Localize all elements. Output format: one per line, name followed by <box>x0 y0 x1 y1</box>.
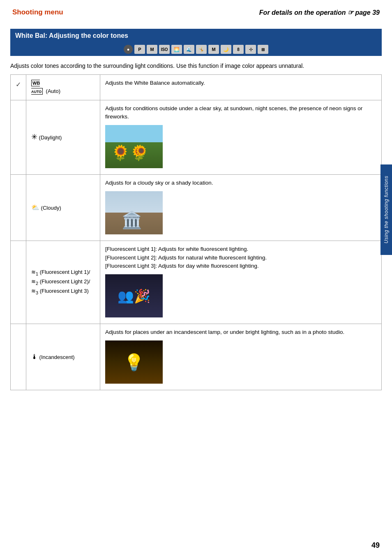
mode-icon-scene1: 🌅 <box>171 45 182 54</box>
table-row: ≋1 (Fluorescent Light 1)/ ≋2 (Fluorescen… <box>11 241 382 324</box>
description-cell-cloudy: Adjusts for a cloudy sky or a shady loca… <box>100 175 382 241</box>
mode-icon-scene3: 🤸 <box>196 45 207 54</box>
white-balance-table: ✓ WBAUTO (Auto) Adjusts the White Balanc… <box>10 74 382 390</box>
mode-icon-iso: ISO <box>159 45 170 54</box>
check-cell-empty <box>11 100 26 175</box>
table-row: ✓ WBAUTO (Auto) Adjusts the White Balanc… <box>11 75 382 100</box>
description-cell-auto: Adjusts the White Balance automatically. <box>100 75 382 100</box>
section-title: White Bal: Adjusting the color tones <box>10 29 382 43</box>
mode-icon-m: M <box>147 45 157 54</box>
wb-auto-icon: WBAUTO (Auto) <box>31 80 60 94</box>
table-row: 🌡 (Incandescent) Adjusts for places unde… <box>11 324 382 390</box>
description-cell-fluorescent: [Fluorescent Light 1]: Adjusts for white… <box>100 241 382 324</box>
icon-cell-incandescent: 🌡 (Incandescent) <box>26 324 100 390</box>
mode-icon-p: P <box>134 45 145 54</box>
incandescent-icon: 🌡 (Incandescent) <box>31 354 75 360</box>
page-header: Shooting menu For details on the operati… <box>0 0 392 21</box>
mode-icon-scene6: 8 <box>233 45 244 54</box>
fluorescent-icon: ≋1 (Fluorescent Light 1)/ ≋2 (Fluorescen… <box>31 268 95 296</box>
fluorescent-img <box>105 274 163 317</box>
fluorescent-image <box>105 274 163 317</box>
page-number: 49 <box>371 541 380 550</box>
sunflower-img <box>105 125 163 168</box>
mode-icon-auto: ● <box>124 45 133 54</box>
table-row: ⛅ (Cloudy) Adjusts for a cloudy sky or a… <box>11 175 382 241</box>
check-cell-empty-4 <box>11 324 26 390</box>
mode-icon-scene5: 🌙 <box>221 45 231 54</box>
page-reference: For details on the operation ☞ page 39 <box>259 9 380 16</box>
mode-icon-scene4: M <box>208 45 219 54</box>
icon-cell-fluorescent: ≋1 (Fluorescent Light 1)/ ≋2 (Fluorescen… <box>26 241 100 324</box>
side-tab: Using the shooting functions <box>380 164 392 255</box>
check-mark-icon: ✓ <box>16 81 21 88</box>
incandescent-image <box>105 340 163 384</box>
icon-cell-cloudy: ⛅ (Cloudy) <box>26 175 100 241</box>
mode-icons-bar: ● P M ISO 🌅 🌊 🤸 M 🌙 8 ⊹ ⊞ <box>10 43 382 56</box>
description-cell-daylight: Adjusts for conditions outside under a c… <box>100 100 382 175</box>
mode-icon-scene7: ⊹ <box>245 45 256 54</box>
cloudy-image <box>105 191 163 234</box>
check-cell-empty-3 <box>11 241 26 324</box>
cloudy-icon: ⛅ (Cloudy) <box>31 205 61 211</box>
section-description: Adjusts color tones according to the sur… <box>10 62 382 70</box>
check-cell-empty-2 <box>11 175 26 241</box>
icon-cell-auto: WBAUTO (Auto) <box>26 75 100 100</box>
description-cell-incandescent: Adjusts for places under an incandescent… <box>100 324 382 390</box>
daylight-icon: ✳ (Daylight) <box>31 134 62 141</box>
incandescent-img <box>105 340 163 384</box>
icon-cell-daylight: ✳ (Daylight) <box>26 100 100 175</box>
mode-icon-scene8: ⊞ <box>258 45 268 54</box>
shooting-menu-title: Shooting menu <box>12 8 63 16</box>
mode-icon-scene2: 🌊 <box>184 45 194 54</box>
check-cell: ✓ <box>11 75 26 100</box>
daylight-image <box>105 125 163 168</box>
table-row: ✳ (Daylight) Adjusts for conditions outs… <box>11 100 382 175</box>
cloudy-img <box>105 191 163 234</box>
